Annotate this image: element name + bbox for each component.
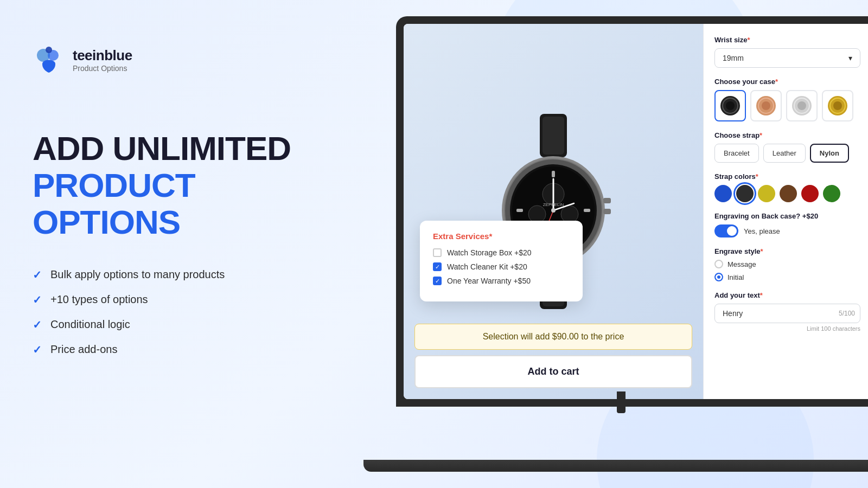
text-input-wrap: 5/100 [714,304,860,323]
logo-text-wrap: teeinblue Product Options [73,47,132,73]
engraving-section: Engraving on Back case? +$20 Yes, please [714,212,860,237]
char-count: 5/100 [839,310,855,317]
strap-colors-section: Strap colors* [714,172,860,202]
engraving-toggle[interactable] [714,224,738,237]
left-section: teeinblue Product Options ADD UNLIMITED … [33,43,347,356]
svg-text:ZEPPELIN: ZEPPELIN [543,202,564,207]
radio-message-label: Message [727,260,756,268]
check-icon-2: ✓ [33,293,42,306]
feature-text-2: +10 types of options [50,293,148,306]
svg-point-37 [833,101,842,110]
headline-line1: ADD UNLIMITED [33,130,347,167]
logo-subtitle: Product Options [73,64,132,73]
radio-initial-label: Initial [727,273,744,281]
service-label-1: Watch Storage Box +$20 [447,248,532,257]
color-dot-green[interactable] [823,185,840,202]
svg-point-31 [762,101,770,110]
feature-text-1: Bulk apply options to many products [50,268,225,281]
color-dot-yellow[interactable] [758,185,775,202]
color-dot-blue[interactable] [714,185,732,202]
svg-point-24 [551,208,556,213]
logo-icon [33,43,65,76]
add-text-label: Add your text* [714,291,860,299]
radio-item-initial[interactable]: Initial [714,273,860,281]
add-to-cart-button[interactable]: Add to cart [414,355,692,388]
laptop-screen-outer: ZEPPELIN Extra Services* Watch Storage B… [396,16,868,407]
case-swatch-gold[interactable] [822,90,853,121]
strap-btn-bracelet[interactable]: Bracelet [714,144,759,163]
laptop-screen-inner: ZEPPELIN Extra Services* Watch Storage B… [404,24,868,399]
wrist-size-label: Wrist size* [714,36,860,44]
color-dot-red[interactable] [801,185,819,202]
svg-rect-16 [552,171,555,177]
color-dot-dark[interactable] [736,185,754,202]
wrist-size-dropdown[interactable]: 19mm ▾ [714,48,860,68]
dropdown-chevron-icon: ▾ [848,54,852,62]
options-panel: Wrist size* 19mm ▾ Choose your case* [703,24,868,399]
laptop-base [363,460,868,472]
popup-required: * [489,232,492,241]
feature-text-4: Price add-ons [50,343,117,356]
radio-message[interactable] [714,260,723,268]
radio-row: Message Initial [714,260,860,281]
bottom-bar: Selection will add $90.00 to the price A… [414,324,692,388]
case-swatch-silver[interactable] [786,90,818,121]
service-item-1[interactable]: Watch Storage Box +$20 [433,248,570,257]
svg-rect-9 [603,198,611,203]
feature-item-3: ✓ Conditional logic [33,318,347,331]
service-item-3[interactable]: ✓ One Year Warranty +$50 [433,277,570,285]
svg-point-28 [726,101,735,110]
radio-initial[interactable] [714,273,723,281]
color-dot-row [714,185,860,202]
service-item-2[interactable]: ✓ Watch Cleaner Kit +$20 [433,262,570,271]
engrave-style-label: Engrave style* [714,247,860,255]
choose-case-section: Choose your case* [714,78,860,121]
feature-item-4: ✓ Price add-ons [33,343,347,356]
strap-colors-label: Strap colors* [714,172,860,181]
case-swatch-row [714,90,860,121]
toggle-knob [727,226,737,236]
choose-strap-section: Choose strap* Bracelet Leather Nylon [714,131,860,163]
char-limit: Limit 100 characters [714,325,860,332]
engrave-style-section: Engrave style* Message Initial [714,247,860,281]
checkbox-2[interactable]: ✓ [433,262,442,271]
watch-area: ZEPPELIN Extra Services* Watch Storage B… [404,24,703,399]
add-text-section: Add your text* 5/100 Limit 100 character… [714,291,860,332]
toggle-row: Yes, please [714,224,860,237]
strap-btn-nylon[interactable]: Nylon [810,144,849,163]
toggle-label: Yes, please [744,227,780,235]
check-icon-1: ✓ [33,268,42,281]
laptop-notch [617,391,626,413]
choose-case-label: Choose your case* [714,78,860,86]
checkbox-3[interactable]: ✓ [433,277,442,285]
radio-item-message[interactable]: Message [714,260,860,268]
features-list: ✓ Bulk apply options to many products ✓ … [33,268,347,356]
svg-point-34 [797,101,806,110]
case-swatch-rose-gold[interactable] [750,90,782,121]
service-label-2: Watch Cleaner Kit +$20 [447,262,527,271]
svg-rect-18 [516,209,523,212]
choose-strap-label: Choose strap* [714,131,860,139]
price-banner: Selection will add $90.00 to the price [414,324,692,350]
svg-rect-10 [603,209,611,214]
feature-text-3: Conditional logic [50,318,130,331]
feature-item-1: ✓ Bulk apply options to many products [33,268,347,281]
svg-rect-19 [584,209,590,212]
headline-line2: PRODUCT OPTIONS [33,167,347,241]
service-label-3: One Year Warranty +$50 [447,277,531,285]
svg-point-2 [46,47,52,53]
color-dot-brown[interactable] [780,185,797,202]
case-swatch-black[interactable] [714,90,746,121]
feature-item-2: ✓ +10 types of options [33,293,347,306]
engraving-label: Engraving on Back case? +$20 [714,212,860,220]
checkbox-1[interactable] [433,248,442,257]
laptop-mockup: ZEPPELIN Extra Services* Watch Storage B… [363,16,868,472]
check-icon-4: ✓ [33,343,42,356]
strap-btn-leather[interactable]: Leather [763,144,806,163]
check-icon-3: ✓ [33,318,42,331]
wrist-size-section: Wrist size* 19mm ▾ [714,36,860,68]
logo-area: teeinblue Product Options [33,43,347,76]
strap-btn-row: Bracelet Leather Nylon [714,144,860,163]
extra-services-popup: Extra Services* Watch Storage Box +$20 ✓… [420,221,583,301]
logo-name: teeinblue [73,47,132,64]
